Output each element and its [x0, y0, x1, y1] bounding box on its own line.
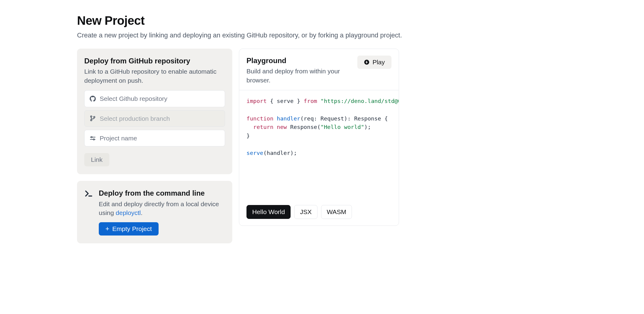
github-card-subtitle: Link to a GitHub repository to enable au… [84, 67, 225, 85]
deployctl-link[interactable]: deployctl [116, 209, 141, 216]
project-name-placeholder: Project name [100, 134, 137, 143]
branch-icon [89, 115, 96, 122]
svg-point-1 [91, 120, 92, 121]
page-subtitle: Create a new project by linking and depl… [77, 31, 632, 40]
settings-icon [89, 135, 96, 142]
select-repo-input[interactable]: Select Github repository [84, 90, 225, 107]
playground-card: Playground Build and deploy from within … [239, 49, 399, 226]
tab-hello-world[interactable]: Hello World [246, 205, 291, 219]
svg-point-0 [91, 116, 92, 117]
project-name-input[interactable]: Project name [84, 130, 225, 146]
github-card-title: Deploy from GitHub repository [84, 56, 225, 66]
github-deploy-card: Deploy from GitHub repository Link to a … [77, 49, 232, 175]
playground-subtitle: Build and deploy from within your browse… [246, 67, 357, 85]
cli-card-subtitle: Edit and deploy directly from a local de… [99, 200, 225, 217]
cli-card-title: Deploy from the command line [99, 188, 225, 198]
page-title: New Project [77, 12, 632, 29]
playground-title: Playground [246, 56, 357, 66]
tab-wasm[interactable]: WASM [321, 205, 352, 219]
playground-tabs: Hello World JSX WASM [239, 205, 399, 226]
svg-point-3 [91, 136, 92, 138]
tab-jsx[interactable]: JSX [294, 205, 317, 219]
svg-point-4 [93, 139, 95, 140]
github-icon [89, 95, 96, 102]
select-branch-input[interactable]: Select production branch [84, 110, 225, 127]
plus-icon: + [105, 226, 109, 232]
code-editor[interactable]: import { serve } from "https://deno.land… [239, 90, 399, 205]
cli-deploy-card: Deploy from the command line Edit and de… [77, 181, 232, 243]
svg-point-2 [94, 117, 95, 118]
bolt-icon [364, 59, 369, 65]
select-repo-placeholder: Select Github repository [100, 94, 167, 103]
play-button[interactable]: Play [357, 56, 391, 69]
empty-project-button[interactable]: + Empty Project [99, 222, 159, 236]
select-branch-placeholder: Select production branch [100, 114, 170, 123]
link-button[interactable]: Link [84, 153, 109, 166]
terminal-icon [84, 189, 93, 198]
